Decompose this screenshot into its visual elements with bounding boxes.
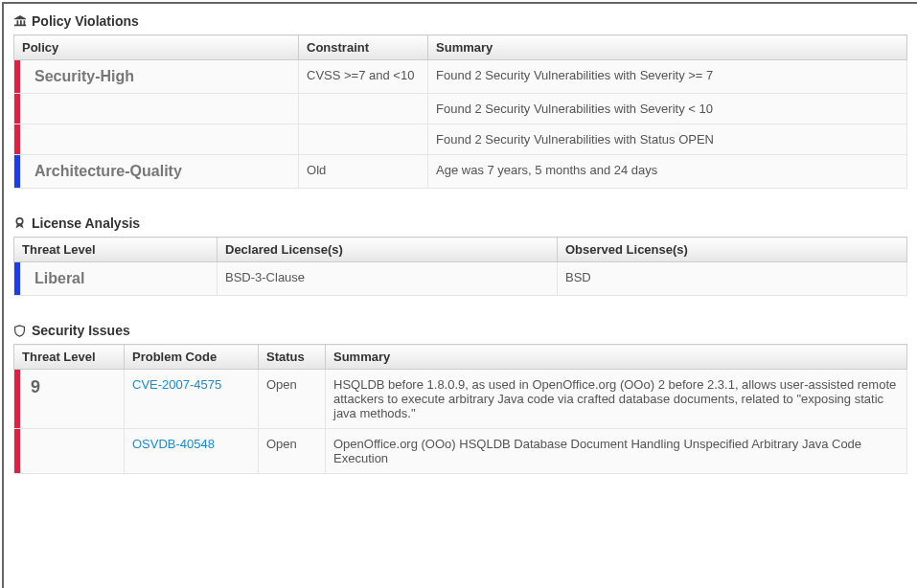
threat-cell: Liberal	[21, 262, 218, 296]
severity-indicator	[14, 94, 21, 124]
svg-point-0	[16, 217, 23, 224]
summary-cell: OpenOffice.org (OOo) HSQLDB Database Doc…	[326, 429, 907, 474]
severity-indicator	[14, 155, 21, 189]
constraint-cell: CVSS >=7 and <10	[299, 60, 428, 94]
section-title: Policy Violations	[32, 13, 139, 29]
table-row: LiberalBSD-3-ClauseBSD	[14, 262, 907, 296]
problem-code-link[interactable]: CVE-2007-4575	[132, 377, 221, 392]
severity-indicator	[14, 262, 21, 296]
severity-indicator	[14, 429, 21, 474]
threat-cell	[21, 429, 125, 474]
col-constraint: Constraint	[299, 35, 428, 60]
policy-cell: Security-High	[21, 60, 299, 94]
severity-indicator	[14, 370, 21, 429]
constraint-cell: Old	[299, 155, 428, 189]
license-analysis-table: Threat Level Declared License(s) Observe…	[13, 237, 907, 296]
table-row: Security-HighCVSS >=7 and <10Found 2 Sec…	[14, 60, 907, 94]
summary-cell: Found 2 Security Vulnerabilities with Se…	[428, 60, 907, 94]
summary-cell: HSQLDB before 1.8.0.9, as used in OpenOf…	[326, 370, 907, 429]
table-row: 9CVE-2007-4575OpenHSQLDB before 1.8.0.9,…	[14, 370, 907, 429]
constraint-cell	[299, 94, 428, 124]
severity-indicator	[14, 60, 21, 94]
col-observed: Observed License(s)	[558, 237, 907, 262]
col-threat: Threat Level	[14, 237, 218, 262]
threat-cell: 9	[21, 370, 125, 429]
code-cell: OSVDB-40548	[125, 429, 259, 474]
policy-violations-table: Policy Constraint Summary Security-HighC…	[13, 34, 907, 189]
observed-cell: BSD	[558, 262, 907, 296]
section-title: Security Issues	[32, 323, 130, 338]
license-analysis-section: License Analysis Threat Level Declared L…	[13, 215, 907, 296]
ribbon-icon	[13, 217, 28, 230]
col-summary: Summary	[428, 35, 907, 60]
problem-code-link[interactable]: OSVDB-40548	[132, 437, 215, 451]
policy-cell	[21, 94, 299, 124]
security-issues-section: Security Issues Threat Level Problem Cod…	[13, 323, 907, 474]
col-summary: Summary	[326, 345, 907, 370]
summary-cell: Found 2 Security Vulnerabilities with St…	[428, 124, 907, 155]
constraint-cell	[299, 124, 428, 155]
col-code: Problem Code	[125, 345, 259, 370]
declared-cell: BSD-3-Clause	[218, 262, 558, 296]
summary-cell: Age was 7 years, 5 months and 24 days	[428, 155, 907, 189]
status-cell: Open	[259, 370, 326, 429]
table-row: OSVDB-40548OpenOpenOffice.org (OOo) HSQL…	[14, 429, 907, 474]
severity-indicator	[14, 124, 21, 155]
status-cell: Open	[259, 429, 326, 474]
license-analysis-header: License Analysis	[13, 215, 907, 231]
security-issues-table: Threat Level Problem Code Status Summary…	[13, 344, 907, 474]
table-row: Found 2 Security Vulnerabilities with Se…	[14, 94, 907, 124]
security-issues-header: Security Issues	[13, 323, 907, 338]
table-row: Architecture-QualityOldAge was 7 years, …	[14, 155, 907, 189]
shield-icon	[13, 325, 28, 337]
col-policy: Policy	[14, 35, 299, 60]
table-row: Found 2 Security Vulnerabilities with St…	[14, 124, 907, 155]
policy-cell: Architecture-Quality	[21, 155, 299, 189]
policy-cell	[21, 124, 299, 155]
policy-violations-header: Policy Violations	[13, 13, 907, 29]
code-cell: CVE-2007-4575	[125, 370, 259, 429]
col-status: Status	[259, 345, 326, 370]
col-declared: Declared License(s)	[218, 237, 558, 262]
summary-cell: Found 2 Security Vulnerabilities with Se…	[428, 94, 907, 124]
section-title: License Analysis	[32, 215, 140, 231]
policy-violations-section: Policy Violations Policy Constraint Summ…	[13, 13, 907, 189]
bank-icon	[13, 14, 28, 28]
col-threat: Threat Level	[14, 345, 125, 370]
